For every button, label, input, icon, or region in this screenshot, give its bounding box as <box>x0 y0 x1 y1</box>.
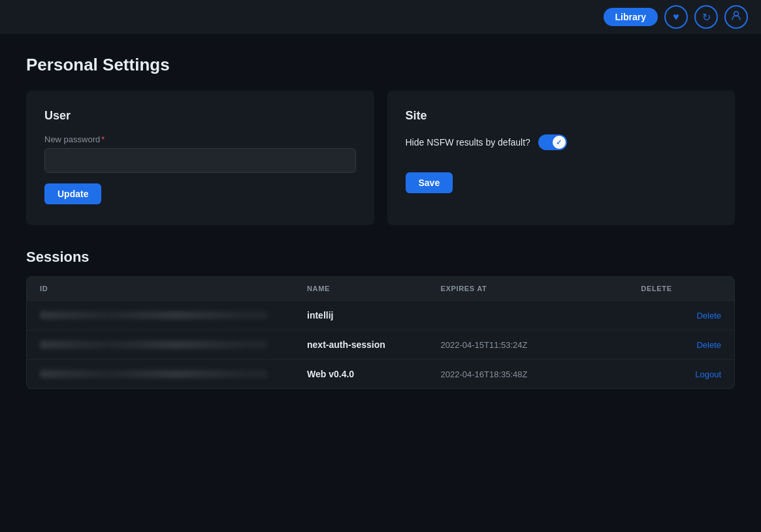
session-name-1: intellij <box>307 310 441 321</box>
session-delete-1[interactable]: Delete <box>641 311 721 321</box>
sessions-title: Sessions <box>26 249 735 266</box>
toggle-knob: ✓ <box>553 136 566 149</box>
session-expires-3: 2022-04-16T18:35:48Z <box>441 369 641 379</box>
col-header-id: ID <box>40 285 307 292</box>
heart-icon: ♥ <box>673 11 679 23</box>
update-button[interactable]: Update <box>44 183 101 204</box>
user-icon <box>731 10 741 23</box>
save-button[interactable]: Save <box>406 172 453 193</box>
table-row: Web v0.4.0 2022-04-16T18:35:48Z Logout <box>27 360 734 388</box>
session-expires-2: 2022-04-15T11:53:24Z <box>441 340 641 350</box>
session-id-3 <box>40 370 307 378</box>
site-card-title: Site <box>406 109 717 123</box>
session-logout-3[interactable]: Logout <box>641 369 721 379</box>
page-content: Personal Settings User New password* Upd… <box>0 34 761 410</box>
nsfw-toggle[interactable]: ✓ <box>538 134 567 150</box>
heart-button[interactable]: ♥ <box>664 5 688 29</box>
library-button[interactable]: Library <box>604 8 658 26</box>
new-password-input[interactable] <box>44 148 356 173</box>
sessions-section: Sessions ID NAME EXPIRES AT DELETE intel… <box>26 249 735 389</box>
session-id-1 <box>40 311 307 319</box>
col-header-expires: EXPIRES AT <box>441 285 641 292</box>
top-navigation: Library ♥ ↻ <box>0 0 761 34</box>
table-row: intellij Delete <box>27 301 734 330</box>
table-row: next-auth-session 2022-04-15T11:53:24Z D… <box>27 330 734 360</box>
col-header-name: NAME <box>307 285 441 292</box>
sessions-table: ID NAME EXPIRES AT DELETE intellij Delet… <box>26 276 735 389</box>
col-header-delete: DELETE <box>641 285 721 292</box>
user-card: User New password* Update <box>26 91 374 225</box>
session-delete-2[interactable]: Delete <box>641 340 721 350</box>
nsfw-toggle-row: Hide NSFW results by default? ✓ <box>406 134 717 150</box>
user-button[interactable] <box>724 5 748 29</box>
toggle-check-icon: ✓ <box>556 138 562 147</box>
password-label: New password* <box>44 134 356 144</box>
refresh-icon: ↻ <box>702 11 711 23</box>
table-header: ID NAME EXPIRES AT DELETE <box>27 277 734 301</box>
user-card-title: User <box>44 109 356 123</box>
refresh-button[interactable]: ↻ <box>694 5 718 29</box>
page-title: Personal Settings <box>26 55 735 75</box>
session-id-2 <box>40 341 307 349</box>
site-card: Site Hide NSFW results by default? ✓ Sav… <box>387 91 736 225</box>
cards-row: User New password* Update Site Hide NSFW… <box>26 91 735 225</box>
required-indicator: * <box>101 134 105 144</box>
session-name-3: Web v0.4.0 <box>307 369 441 379</box>
session-name-2: next-auth-session <box>307 339 441 350</box>
nsfw-label: Hide NSFW results by default? <box>406 137 530 148</box>
